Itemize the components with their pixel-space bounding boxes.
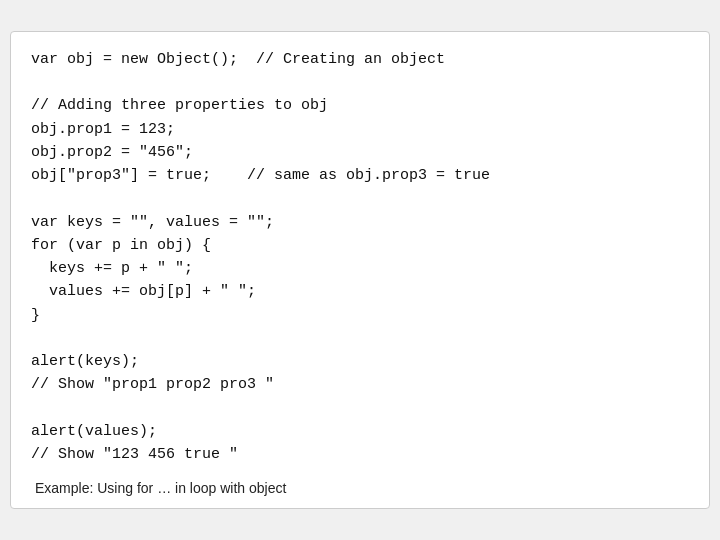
code-block: var obj = new Object(); // Creating an o… [31,48,689,467]
caption: Example: Using for … in loop with object [31,478,689,496]
main-container: var obj = new Object(); // Creating an o… [10,31,710,510]
